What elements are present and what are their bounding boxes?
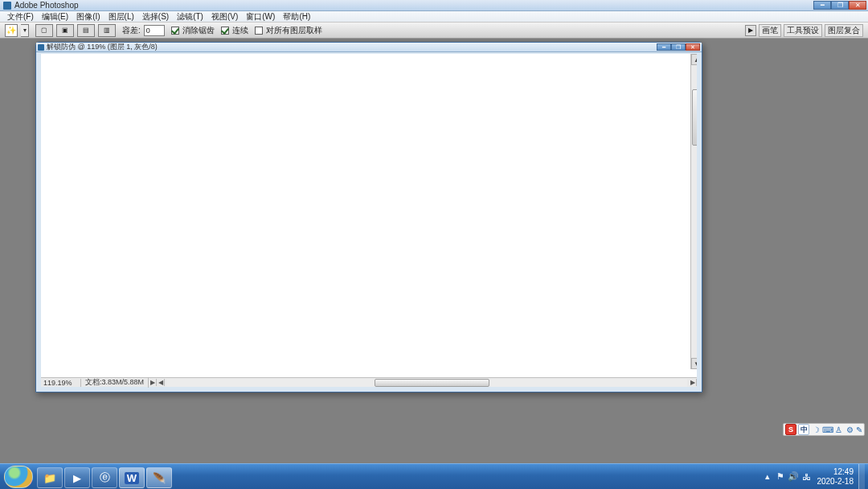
options-bar: ✨ ▾ ▢ ▣ ▤ ▥ 容差: 0 消除锯齿 连续 对所有图层取样 ▶ 画笔 工…	[0, 23, 868, 39]
tray-volume-icon[interactable]: 🔊	[788, 471, 799, 483]
scroll-left-button[interactable]: ◀	[157, 379, 165, 386]
scroll-up-button[interactable]: ▲	[691, 54, 697, 65]
menu-view[interactable]: 视图(V)	[207, 11, 242, 23]
menu-bar: 文件(F) 编辑(E) 图像(I) 图层(L) 选择(S) 滤镜(T) 视图(V…	[0, 11, 868, 23]
vscroll-track[interactable]	[691, 65, 697, 358]
canvas-image	[41, 54, 697, 377]
menu-layer[interactable]: 图层(L)	[104, 11, 138, 23]
palette-toolpresets-tab[interactable]: 工具预设	[784, 24, 822, 37]
tray-clock[interactable]: 12:49 2020-2-18	[813, 466, 857, 488]
menu-select[interactable]: 选择(S)	[138, 11, 173, 23]
palette-layercomps-tab[interactable]: 图层复合	[825, 24, 863, 37]
anti-alias-label: 消除锯齿	[182, 25, 215, 36]
taskbar-explorer-icon[interactable]: 📁	[37, 467, 63, 488]
document-maximize-button[interactable]: ❐	[671, 43, 686, 51]
document-icon	[38, 44, 44, 51]
document-window: 解锁防伪 @ 119% (图层 1, 灰色/8) ━ ❐ ✕ ▲	[35, 42, 702, 392]
tray-chevron-up-icon[interactable]: ▴	[762, 471, 773, 483]
document-info[interactable]: 文档:3.83M/5.88M	[81, 377, 149, 388]
selection-subtract-icon[interactable]: ▤	[77, 24, 95, 37]
tolerance-label: 容差:	[122, 25, 141, 36]
document-minimize-button[interactable]: ━	[657, 43, 671, 51]
zoom-field[interactable]: 119.19%	[41, 379, 81, 387]
taskbar-mediaplayer-icon[interactable]: ▶	[64, 467, 90, 488]
taskbar: 📁 ▶ ⓔ W 🪶 ▴ ⚑ 🔊 🖧 12:49 2020-2-18	[0, 463, 868, 489]
ime-floating-toolbar[interactable]: S 中 ☽ ⌨ ♙ ⚙ ✎	[783, 423, 865, 436]
app-window-controls: ━ ❐ ✕	[813, 1, 866, 10]
contiguous-checkbox[interactable]	[221, 27, 229, 35]
ime-language-button[interactable]: 中	[798, 424, 809, 435]
document-status-bar: 119.19% 文档:3.83M/5.88M ▶ ◀ ▶	[41, 377, 697, 387]
selection-intersect-icon[interactable]: ▥	[98, 24, 116, 37]
show-desktop-button[interactable]	[858, 464, 865, 490]
menu-help[interactable]: 帮助(H)	[279, 11, 314, 23]
scroll-right-button[interactable]: ▶	[689, 379, 697, 386]
document-content: ▲ ▼ 119.19% 文档:3.83M/5.88M ▶ ◀ ▶	[36, 52, 702, 392]
all-layers-checkbox[interactable]	[255, 27, 263, 35]
ime-pin-icon[interactable]: ✎	[856, 425, 862, 434]
selection-add-icon[interactable]: ▣	[56, 24, 74, 37]
menu-edit[interactable]: 编辑(E)	[38, 11, 72, 23]
info-menu-arrow-icon[interactable]: ▶	[149, 379, 157, 386]
tray-time: 12:49	[817, 467, 854, 477]
halftone-trace-icon	[507, 110, 644, 215]
halftone-trace-icon	[169, 128, 322, 310]
menu-window[interactable]: 窗口(W)	[242, 11, 279, 23]
document-close-button[interactable]: ✕	[686, 43, 700, 51]
vscroll-thumb[interactable]	[692, 89, 697, 146]
ime-sogou-icon[interactable]: S	[785, 424, 796, 435]
app-titlebar: Adobe Photoshop ━ ❐ ✕	[0, 0, 868, 11]
menu-image[interactable]: 图像(I)	[72, 11, 104, 23]
photoshop-logo-icon	[3, 2, 11, 10]
tray-date: 2020-2-18	[817, 477, 854, 487]
ime-keyboard-icon[interactable]: ⌨	[822, 425, 832, 434]
palette-well: ▶ 画笔 工具预设 图层复合	[745, 24, 863, 37]
horizontal-scrollbar[interactable]	[166, 379, 687, 387]
tolerance-input[interactable]: 0	[144, 25, 165, 36]
selection-mode-group: ▢ ▣ ▤ ▥	[35, 24, 116, 37]
start-button[interactable]	[4, 466, 33, 488]
tray-network-icon[interactable]: 🖧	[800, 471, 812, 483]
hscroll-thumb[interactable]	[375, 379, 489, 387]
app-minimize-button[interactable]: ━	[813, 1, 831, 10]
palette-brushes-tab[interactable]: 画笔	[759, 24, 781, 37]
tool-preset-dropdown-icon[interactable]: ▾	[21, 24, 29, 37]
taskbar-ie-icon[interactable]: ⓔ	[92, 467, 117, 488]
document-title: 解锁防伪 @ 119% (图层 1, 灰色/8)	[47, 42, 158, 52]
ime-settings-icon[interactable]: ⚙	[845, 425, 854, 434]
document-titlebar[interactable]: 解锁防伪 @ 119% (图层 1, 灰色/8) ━ ❐ ✕	[36, 43, 702, 52]
tray-flag-icon[interactable]: ⚑	[775, 471, 786, 483]
canvas-viewport[interactable]: ▲ ▼	[41, 54, 697, 377]
anti-alias-checkbox[interactable]	[171, 27, 179, 35]
ime-person-icon[interactable]: ♙	[833, 425, 843, 434]
halftone-trace-icon	[387, 134, 507, 295]
app-title: Adobe Photoshop	[14, 1, 79, 10]
palette-toggle-icon[interactable]: ▶	[745, 25, 756, 36]
tool-preset[interactable]: ✨ ▾	[5, 24, 29, 37]
ime-moon-icon[interactable]: ☽	[811, 425, 821, 434]
app-maximize-button[interactable]: ❐	[831, 1, 849, 10]
menu-file[interactable]: 文件(F)	[3, 11, 38, 23]
all-layers-label: 对所有图层取样	[266, 25, 322, 36]
vertical-scrollbar[interactable]: ▲ ▼	[690, 54, 697, 369]
selection-new-icon[interactable]: ▢	[35, 24, 53, 37]
magic-wand-tool-icon: ✨	[5, 24, 18, 37]
app-close-button[interactable]: ✕	[849, 1, 866, 10]
halftone-trace-icon	[486, 196, 657, 298]
work-area: 解锁防伪 @ 119% (图层 1, 灰色/8) ━ ❐ ✕ ▲	[0, 39, 868, 463]
contiguous-label: 连续	[232, 25, 248, 36]
taskbar-photoshop-icon[interactable]: 🪶	[146, 467, 172, 488]
scroll-down-button[interactable]: ▼	[691, 358, 697, 369]
menu-filter[interactable]: 滤镜(T)	[173, 11, 207, 23]
taskbar-word-icon[interactable]: W	[119, 467, 145, 488]
